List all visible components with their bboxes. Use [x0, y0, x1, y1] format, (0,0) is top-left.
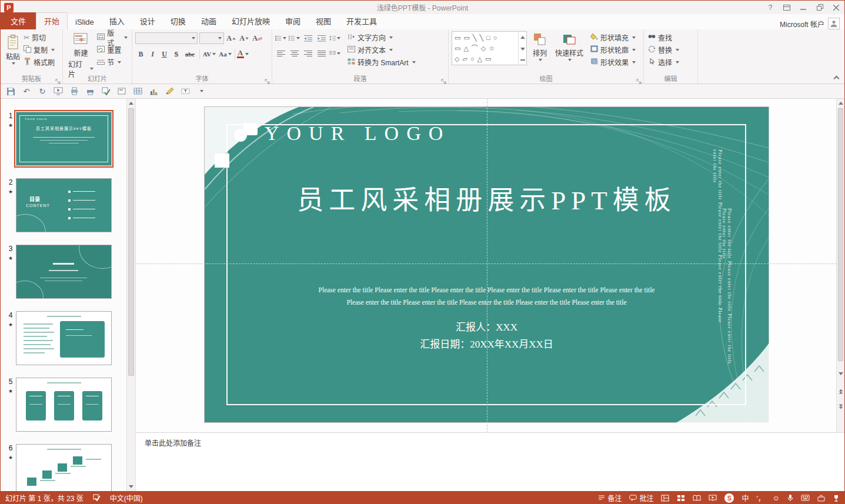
italic-button[interactable]: I: [147, 49, 158, 60]
quick-print-icon[interactable]: [85, 86, 95, 96]
slide-thumbnail[interactable]: [16, 444, 112, 491]
tab-file[interactable]: 文件: [1, 12, 36, 29]
arrange-button[interactable]: 排列: [530, 31, 549, 62]
ime-trophy-icon[interactable]: [833, 495, 840, 502]
section-dropdown-icon[interactable]: [118, 61, 121, 64]
comments-toggle-button[interactable]: 批注: [629, 493, 653, 503]
tab-developer[interactable]: 开发工具: [339, 13, 385, 29]
ime-toolbox-icon[interactable]: [817, 495, 825, 502]
format-painter-button[interactable]: 格式刷: [22, 56, 56, 68]
chart-icon[interactable]: [148, 86, 159, 96]
paste-dropdown-icon[interactable]: [12, 62, 15, 65]
gallery-scroll-down-icon[interactable]: [520, 48, 525, 51]
ime-mic-icon[interactable]: [787, 494, 793, 502]
collapse-ribbon-icon[interactable]: [834, 76, 840, 82]
text-direction-button[interactable]: 文字方向: [346, 31, 417, 44]
thumbnail-item-3[interactable]: 3★: [5, 245, 112, 299]
scrollbar-thumb[interactable]: [838, 108, 843, 361]
canvas-scrollbar[interactable]: [836, 99, 844, 432]
tab-design[interactable]: 设计: [132, 13, 163, 29]
ribbon-display-options-icon[interactable]: [779, 1, 795, 14]
thumbnail-item-1[interactable]: 1★ YOUR LOGO 员工风采相册展示PPT模板: [5, 112, 112, 166]
bold-button[interactable]: B: [135, 49, 146, 60]
scroll-up-icon[interactable]: [837, 99, 844, 108]
start-slideshow-icon[interactable]: [53, 86, 64, 96]
minimize-icon[interactable]: [795, 1, 811, 14]
paste-button[interactable]: 粘贴: [4, 31, 22, 68]
strikethrough-button[interactable]: abc: [182, 49, 198, 60]
redo-icon[interactable]: ↻: [37, 86, 48, 96]
notes-placeholder[interactable]: 单击此处添加备注: [145, 439, 201, 448]
new-slide-button[interactable]: 新建 幻灯片: [66, 31, 96, 80]
layout-button[interactable]: 版式: [96, 31, 129, 44]
print-preview-icon[interactable]: [69, 86, 79, 96]
normal-view-icon[interactable]: [661, 495, 669, 502]
slide-canvas[interactable]: YOUR LOGO 员工风采相册展示PPT模板 Please enter the…: [136, 99, 844, 432]
gallery-more-icon[interactable]: [520, 59, 525, 61]
previous-slide-button[interactable]: [837, 387, 844, 396]
new-slide-qat-icon[interactable]: [116, 86, 127, 96]
replace-button[interactable]: 替换: [647, 44, 694, 56]
clipboard-dialog-launcher-icon[interactable]: [55, 76, 61, 82]
select-button[interactable]: 选择: [647, 56, 694, 68]
tab-animations[interactable]: 动画: [193, 13, 224, 29]
section-button[interactable]: 节: [96, 56, 129, 68]
pen-icon[interactable]: [164, 86, 175, 96]
cut-button[interactable]: ✂ 剪切: [22, 31, 56, 44]
gallery-scroll-up-icon[interactable]: [520, 36, 525, 39]
undo-icon[interactable]: ↶: [21, 86, 32, 96]
shapes-gallery[interactable]: ▭▭╲╲□○ ▭△⌒◇☆ ◇▱○△▭: [452, 31, 527, 65]
shape-outline-button[interactable]: 形状轮廓: [589, 44, 637, 56]
decrease-indent-button[interactable]: [302, 33, 313, 44]
shape-effects-button[interactable]: 形状效果: [589, 56, 637, 68]
horizontal-guide[interactable]: [136, 263, 836, 264]
text-box-icon[interactable]: [180, 86, 191, 96]
ime-punctuation-mode[interactable]: '，: [756, 493, 764, 503]
line-spacing-button[interactable]: [329, 33, 340, 44]
thumbnail-scrollbar[interactable]: [126, 99, 135, 491]
scroll-up-icon[interactable]: [127, 99, 135, 108]
drawing-dialog-launcher-icon[interactable]: [636, 76, 642, 82]
align-text-button[interactable]: 对齐文本: [346, 44, 417, 56]
reset-button[interactable]: 重置: [96, 44, 129, 56]
scroll-down-icon[interactable]: [127, 482, 135, 491]
slide-sorter-view-icon[interactable]: [677, 495, 685, 502]
vertical-guide[interactable]: [487, 99, 487, 432]
grow-font-button[interactable]: A: [226, 33, 237, 44]
tab-review[interactable]: 审阅: [278, 13, 308, 29]
convert-to-smartart-button[interactable]: 转换为 SmartArt: [346, 56, 417, 68]
slide-counter[interactable]: 幻灯片 第 1 张，共 23 张: [5, 493, 84, 503]
user-avatar-icon[interactable]: [828, 18, 840, 29]
slide-thumbnail[interactable]: [16, 378, 112, 432]
language-indicator[interactable]: 中文(中国): [110, 493, 143, 503]
quick-styles-button[interactable]: 快速样式: [553, 31, 586, 62]
text-shadow-button[interactable]: S: [171, 49, 182, 60]
font-size-combobox[interactable]: [199, 32, 224, 44]
align-right-button[interactable]: [302, 48, 313, 59]
spell-check-icon[interactable]: [93, 494, 101, 502]
bullets-button[interactable]: [275, 33, 286, 44]
ime-keyboard-icon[interactable]: [801, 495, 810, 501]
tab-home[interactable]: 开始: [36, 12, 68, 29]
reading-view-icon[interactable]: [693, 495, 701, 502]
help-icon[interactable]: ?: [762, 1, 779, 14]
font-color-button[interactable]: A: [237, 49, 248, 60]
slide-thumbnail[interactable]: [16, 245, 112, 299]
tab-view[interactable]: 视图: [308, 13, 339, 29]
slideshow-view-icon[interactable]: [709, 495, 717, 502]
columns-button[interactable]: [329, 48, 340, 59]
layout-dropdown-icon[interactable]: [124, 36, 128, 39]
customize-qat-icon[interactable]: [196, 86, 206, 96]
justify-button[interactable]: [316, 48, 327, 59]
restore-icon[interactable]: [811, 1, 828, 14]
table-icon[interactable]: [132, 86, 143, 96]
notes-toggle-button[interactable]: 备注: [598, 493, 622, 503]
slide-thumbnail[interactable]: YOUR LOGO 员工风采相册展示PPT模板: [16, 112, 112, 166]
character-spacing-button[interactable]: AV: [202, 49, 217, 60]
numbering-button[interactable]: [289, 33, 300, 44]
save-icon[interactable]: [5, 86, 16, 96]
align-center-button[interactable]: [289, 48, 300, 59]
notes-pane[interactable]: 单击此处添加备注: [136, 432, 844, 491]
slide-thumbnail[interactable]: 目录 CONTENT: [16, 178, 112, 232]
find-button[interactable]: 查找: [647, 31, 694, 44]
